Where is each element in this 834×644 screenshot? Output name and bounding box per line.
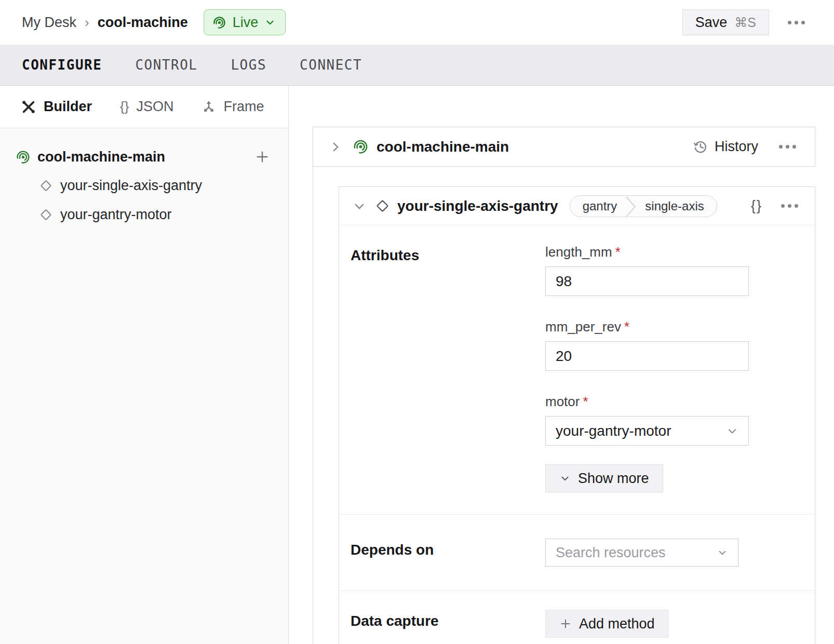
field-mm-per-rev: mm_per_rev* <box>545 319 802 371</box>
resource-card-header: your-single-axis-gantry gantry single-ax… <box>339 187 815 225</box>
breadcrumb-current: cool-machine <box>98 15 188 31</box>
tab-control[interactable]: CONTROL <box>135 57 197 73</box>
save-shortcut: ⌘S <box>734 15 756 30</box>
attributes-section: Attributes length_mm* mm_per_rev* <box>339 225 815 514</box>
tree-part-label: cool-machine-main <box>37 149 165 165</box>
frame-axes-icon <box>201 100 216 114</box>
tree-item-your-single-axis-gantry[interactable]: your-single-axis-gantry <box>39 171 270 200</box>
depends-on-search-select[interactable]: Search resources <box>545 539 738 567</box>
machine-status-dropdown[interactable]: Live <box>204 9 286 35</box>
component-diamond-icon <box>39 179 52 192</box>
view-json-icon[interactable]: {} <box>751 198 762 214</box>
tab-json[interactable]: {} JSON <box>120 99 173 115</box>
depends-on-placeholder: Search resources <box>556 545 666 561</box>
tree-item-label: your-gantry-motor <box>60 207 172 223</box>
chevron-down-icon <box>726 425 738 437</box>
tree-part-cool-machine-main[interactable]: cool-machine-main <box>16 143 270 171</box>
attributes-section-label: Attributes <box>351 244 545 492</box>
field-label: motor <box>545 394 580 409</box>
part-card-title: cool-machine-main <box>376 139 509 155</box>
field-length-mm: length_mm* <box>545 244 802 296</box>
tab-logs[interactable]: LOGS <box>231 57 266 73</box>
save-button[interactable]: Save ⌘S <box>682 9 769 35</box>
app-page: My Desk › cool-machine Live Save ⌘S <box>0 0 834 644</box>
field-motor: motor* your-gantry-motor <box>545 394 802 446</box>
add-method-button[interactable]: Add method <box>545 610 669 638</box>
part-broadcast-icon <box>16 150 31 165</box>
resource-model-label: single-axis <box>637 196 716 217</box>
tab-json-label: JSON <box>136 99 173 115</box>
part-more-menu-button[interactable] <box>774 140 801 154</box>
save-button-label: Save <box>695 15 728 31</box>
tab-frame-label: Frame <box>223 99 264 115</box>
config-view-tabs: Builder {} JSON Frame <box>0 86 288 128</box>
component-diamond-icon <box>39 208 52 221</box>
part-broadcast-icon <box>212 16 226 30</box>
required-marker: * <box>615 244 621 260</box>
breadcrumb: My Desk › cool-machine <box>22 15 188 31</box>
show-more-button[interactable]: Show more <box>545 464 663 492</box>
breadcrumb-separator: › <box>85 15 89 31</box>
motor-select-value: your-gantry-motor <box>556 423 671 439</box>
header-more-menu-button[interactable] <box>783 16 810 30</box>
field-label: mm_per_rev <box>545 319 621 334</box>
add-method-label: Add method <box>579 616 655 632</box>
tab-configure[interactable]: CONFIGURE <box>22 57 102 73</box>
show-more-label: Show more <box>578 471 649 487</box>
chevron-down-icon <box>559 473 571 484</box>
tree-item-label: your-single-axis-gantry <box>60 178 202 194</box>
data-capture-section: Data capture Add method <box>339 591 815 644</box>
component-diamond-icon <box>375 199 389 213</box>
data-capture-section-label: Data capture <box>351 610 545 638</box>
resource-more-menu-button[interactable] <box>776 199 803 213</box>
motor-select[interactable]: your-gantry-motor <box>545 416 749 446</box>
resource-card-gantry: your-single-axis-gantry gantry single-ax… <box>339 186 815 644</box>
length-mm-input[interactable] <box>545 266 749 296</box>
resource-type-label: gantry <box>570 196 626 217</box>
plus-icon <box>559 618 572 630</box>
required-marker: * <box>583 394 588 409</box>
config-sidebar: Builder {} JSON Frame <box>0 86 289 644</box>
required-marker: * <box>624 319 629 334</box>
braces-icon: {} <box>120 99 129 115</box>
resource-card-title: your-single-axis-gantry <box>397 198 558 214</box>
resource-model-badge: gantry single-axis <box>570 195 717 217</box>
breadcrumb-parent-link[interactable]: My Desk <box>22 15 76 31</box>
app-header: My Desk › cool-machine Live Save ⌘S <box>0 0 834 45</box>
history-button[interactable]: History <box>693 139 758 155</box>
tab-frame[interactable]: Frame <box>201 99 264 115</box>
depends-on-section-label: Depends on <box>351 539 545 567</box>
chevron-down-icon[interactable] <box>351 197 368 215</box>
status-badge-label: Live <box>233 15 259 31</box>
machine-nav-tabs: CONFIGURE CONTROL LOGS CONNECT <box>0 45 834 86</box>
chevron-right-icon[interactable] <box>327 138 344 156</box>
part-resources-container: your-single-axis-gantry gantry single-ax… <box>313 167 815 644</box>
tree-item-your-gantry-motor[interactable]: your-gantry-motor <box>39 200 270 229</box>
chevron-down-icon <box>264 17 276 28</box>
mm-per-rev-input[interactable] <box>545 341 749 371</box>
builder-main-panel: cool-machine-main History <box>289 86 834 644</box>
field-label: length_mm <box>545 244 612 260</box>
history-clock-icon <box>693 139 708 155</box>
part-broadcast-icon <box>353 139 369 155</box>
resource-tree: cool-machine-main your-single-axis-gantr… <box>0 128 288 644</box>
part-card-header: cool-machine-main History <box>313 127 815 167</box>
badge-chevron-divider <box>625 196 637 217</box>
tab-builder-label: Builder <box>44 99 92 115</box>
chevron-down-icon <box>717 547 728 558</box>
tab-connect[interactable]: CONNECT <box>300 57 362 73</box>
history-button-label: History <box>715 139 758 155</box>
tools-icon <box>21 99 36 115</box>
add-resource-button[interactable] <box>255 150 270 164</box>
depends-on-section: Depends on Search resources <box>339 514 815 591</box>
tab-builder[interactable]: Builder <box>21 99 92 115</box>
